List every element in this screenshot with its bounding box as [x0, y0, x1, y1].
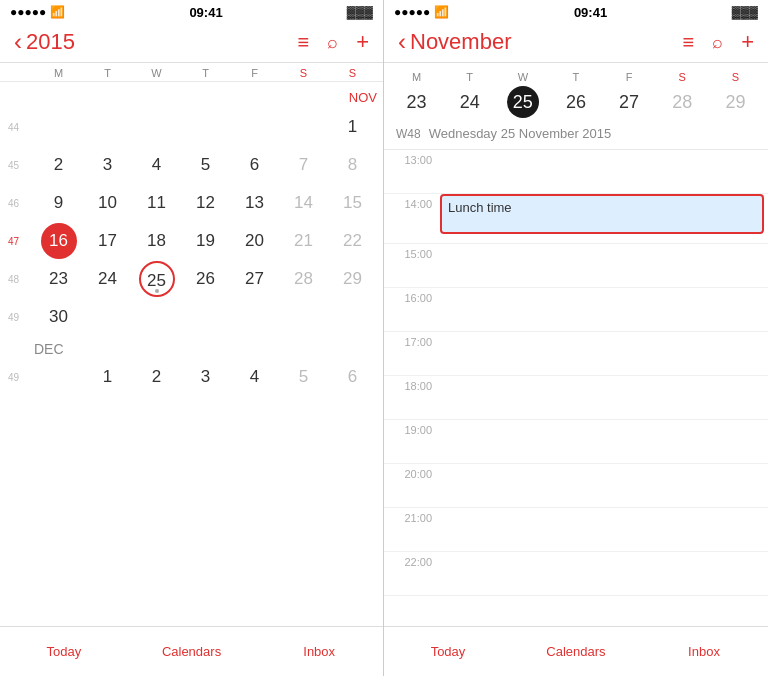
signal-icons: ●●●●● 📶 — [10, 5, 65, 19]
day-8[interactable]: 8 — [335, 147, 371, 183]
week-46-row: 46 9 10 11 12 13 14 15 — [6, 185, 377, 221]
week-44-row: 44 1 — [6, 109, 377, 145]
right-wifi-icon: 📶 — [434, 5, 449, 19]
back-icon[interactable]: ‹ — [14, 28, 22, 56]
day-3[interactable]: 3 — [90, 147, 126, 183]
day-19[interactable]: 19 — [188, 223, 224, 259]
day-2[interactable]: 2 — [41, 147, 77, 183]
day-21[interactable]: 21 — [286, 223, 322, 259]
right-tab-calendars[interactable]: Calendars — [512, 627, 640, 676]
day-strip-tue[interactable]: T 24 — [454, 71, 486, 118]
day-29[interactable]: 29 — [335, 261, 371, 297]
day-strip-sat[interactable]: S 28 — [666, 71, 698, 118]
day-empty-4 — [188, 109, 224, 145]
day-16[interactable]: 16 — [41, 223, 77, 259]
day-strip-mon[interactable]: M 23 — [401, 71, 433, 118]
day-9[interactable]: 9 — [41, 185, 77, 221]
time-grid: 13:00 14:00 Lunch time 15:00 16:00 17:00… — [384, 150, 768, 626]
list-icon[interactable]: ≡ — [297, 31, 309, 54]
nov-label: NOV — [328, 84, 377, 107]
time-content-1400[interactable]: Lunch time — [438, 194, 768, 243]
dec-day-3[interactable]: 3 — [188, 359, 224, 395]
search-icon[interactable]: ⌕ — [327, 32, 338, 53]
day-12[interactable]: 12 — [188, 185, 224, 221]
day-strip-fri[interactable]: F 27 — [613, 71, 645, 118]
right-tab-today[interactable]: Today — [384, 627, 512, 676]
right-list-icon[interactable]: ≡ — [682, 31, 694, 54]
day-18[interactable]: 18 — [139, 223, 175, 259]
tab-calendars[interactable]: Calendars — [128, 627, 256, 676]
add-icon[interactable]: + — [356, 29, 369, 55]
week-47-num: 47 — [6, 236, 34, 247]
time-label-1400: 14:00 — [384, 194, 438, 243]
time-content-2100 — [438, 508, 768, 551]
day-strip-wed[interactable]: W 25 — [507, 71, 539, 118]
day-5[interactable]: 5 — [188, 147, 224, 183]
dec-week-49-num: 49 — [6, 372, 34, 383]
day-22[interactable]: 22 — [335, 223, 371, 259]
right-search-icon[interactable]: ⌕ — [712, 32, 723, 53]
battery-indicator: ▓▓▓ — [347, 5, 373, 19]
lunch-event[interactable]: Lunch time — [440, 194, 764, 234]
week-45-row: 45 2 3 4 5 6 7 8 — [6, 147, 377, 183]
left-tab-bar: Today Calendars Inbox — [0, 626, 383, 676]
day-13[interactable]: 13 — [237, 185, 273, 221]
time-content-1900 — [438, 420, 768, 463]
time-row-1300: 13:00 — [384, 150, 768, 194]
day-30[interactable]: 30 — [41, 299, 77, 335]
right-add-icon[interactable]: + — [741, 29, 754, 55]
tab-inbox[interactable]: Inbox — [255, 627, 383, 676]
day-strip: M 23 T 24 W 25 T 26 F 27 S 28 — [384, 63, 768, 150]
day-27[interactable]: 27 — [237, 261, 273, 297]
left-year-nav[interactable]: ‹ 2015 — [14, 28, 75, 56]
dec-day-5[interactable]: 5 — [286, 359, 322, 395]
right-tab-inbox[interactable]: Inbox — [640, 627, 768, 676]
time-label-1600: 16:00 — [384, 288, 438, 331]
right-battery-icon: ▓▓▓ — [732, 5, 758, 19]
day-23[interactable]: 23 — [41, 261, 77, 297]
day-14[interactable]: 14 — [286, 185, 322, 221]
dec-day-2[interactable]: 2 — [139, 359, 175, 395]
day-10[interactable]: 10 — [90, 185, 126, 221]
day-15[interactable]: 15 — [335, 185, 371, 221]
weekday-thu: T — [181, 67, 230, 79]
time-row-2000: 20:00 — [384, 464, 768, 508]
day-26[interactable]: 26 — [188, 261, 224, 297]
day-24[interactable]: 24 — [90, 261, 126, 297]
year-label: 2015 — [26, 29, 75, 55]
day-empty-3 — [139, 109, 175, 145]
right-header-icons: ≡ ⌕ + — [682, 29, 754, 55]
day-20[interactable]: 20 — [237, 223, 273, 259]
right-back-icon[interactable]: ‹ — [398, 28, 406, 56]
day-6[interactable]: 6 — [237, 147, 273, 183]
dec-label: DEC — [34, 341, 132, 357]
time-label-1500: 15:00 — [384, 244, 438, 287]
day-25[interactable]: 25 — [139, 261, 175, 297]
right-signal-icons: ●●●●● 📶 — [394, 5, 449, 19]
time-content-1500 — [438, 244, 768, 287]
left-time: 09:41 — [189, 5, 222, 20]
right-back-nav[interactable]: ‹ November — [398, 28, 511, 56]
day-empty-9 — [188, 299, 224, 335]
day-17[interactable]: 17 — [90, 223, 126, 259]
dec-day-6[interactable]: 6 — [335, 359, 371, 395]
weekday-headers: M T W T F S S — [0, 63, 383, 82]
dec-day-1[interactable]: 1 — [90, 359, 126, 395]
day-11[interactable]: 11 — [139, 185, 175, 221]
day-strip-days: M 23 T 24 W 25 T 26 F 27 S 28 — [390, 71, 762, 118]
day-strip-sun[interactable]: S 29 — [719, 71, 751, 118]
time-row-1600: 16:00 — [384, 288, 768, 332]
week-48-num: 48 — [6, 274, 34, 285]
right-title: November — [410, 29, 511, 55]
dec-day-4[interactable]: 4 — [237, 359, 273, 395]
day-28[interactable]: 28 — [286, 261, 322, 297]
day-strip-thu[interactable]: T 26 — [560, 71, 592, 118]
day-empty-10 — [237, 299, 273, 335]
day-7[interactable]: 7 — [286, 147, 322, 183]
day-empty-2 — [90, 109, 126, 145]
week-49-row: 49 30 — [6, 299, 377, 335]
day-4[interactable]: 4 — [139, 147, 175, 183]
tab-today[interactable]: Today — [0, 627, 128, 676]
day-1[interactable]: 1 — [335, 109, 371, 145]
time-content-1800 — [438, 376, 768, 419]
